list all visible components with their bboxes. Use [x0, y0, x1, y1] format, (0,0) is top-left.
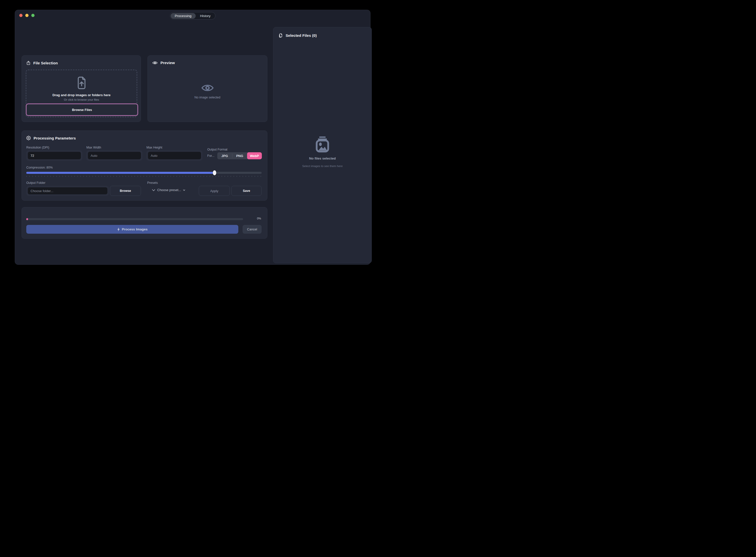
preview-panel: Preview No image selected	[147, 55, 267, 122]
preset-placeholder: Choose preset...	[157, 188, 181, 192]
traffic-lights	[19, 14, 34, 17]
compression-slider-thumb[interactable]	[213, 170, 216, 175]
compression-slider-fill	[26, 172, 215, 174]
compression-slider[interactable]	[26, 172, 262, 174]
processing-parameters-title: Processing Parameters	[34, 136, 76, 140]
file-selection-title: File Selection	[33, 61, 58, 65]
compression-label: Compression: 80%	[26, 166, 53, 169]
tab-history[interactable]: History	[196, 13, 215, 19]
format-option-jpg[interactable]: JPG	[217, 152, 232, 159]
max-width-input[interactable]	[88, 152, 141, 159]
progress-bar	[26, 218, 243, 220]
process-images-label: Process Images	[122, 227, 148, 231]
image-stack-icon	[273, 137, 371, 152]
dropzone-subtitle: Or click to browse your files	[26, 98, 137, 101]
browse-files-button[interactable]: Browse Files	[26, 104, 138, 116]
tab-processing[interactable]: Processing	[171, 13, 196, 19]
resolution-input[interactable]	[28, 152, 81, 159]
minimize-window-button[interactable]	[25, 14, 29, 17]
cancel-button[interactable]: Cancel	[243, 225, 262, 234]
file-selection-panel: File Selection Drag and drop images or f…	[22, 55, 141, 122]
progress-percent: 0%	[257, 217, 261, 220]
max-height-input[interactable]	[148, 152, 201, 159]
format-option-webp[interactable]: WebP	[247, 152, 262, 159]
gear-icon	[26, 136, 31, 140]
chevron-down-icon	[152, 189, 155, 191]
close-window-button[interactable]	[19, 14, 23, 17]
preview-title: Preview	[160, 61, 175, 65]
no-files-subtitle: Select images to see them here	[273, 165, 371, 168]
caret-down-icon	[183, 189, 185, 191]
slider-ticks	[26, 176, 262, 177]
max-height-label: Max Height	[146, 146, 162, 149]
presets-label: Presets	[147, 181, 158, 184]
selected-files-panel: Selected Files (0) No files selected Sel…	[273, 27, 372, 263]
eye-empty-icon	[201, 84, 214, 92]
dropzone-title: Drag and drop images or folders here	[26, 93, 137, 97]
files-icon	[278, 33, 283, 38]
format-inline-label: For...	[207, 154, 214, 157]
processing-parameters-panel: Processing Parameters Resolution (DPI) M…	[22, 130, 267, 201]
lightning-icon	[117, 227, 120, 231]
no-files-title: No files selected	[273, 156, 371, 160]
output-format-label: Output Format	[207, 148, 228, 151]
progress-panel: 0% Process Images Cancel	[22, 207, 267, 239]
format-option-png[interactable]: PNG	[232, 152, 247, 159]
process-images-button[interactable]: Process Images	[26, 225, 238, 234]
output-folder-label: Output Folder	[26, 181, 45, 184]
upload-file-icon	[76, 76, 87, 90]
output-folder-input[interactable]	[28, 187, 108, 194]
apply-preset-button[interactable]: Apply	[199, 186, 230, 196]
preset-select[interactable]: Choose preset...	[152, 188, 185, 192]
browse-folder-button[interactable]: Browse	[110, 186, 141, 196]
maximize-window-button[interactable]	[31, 14, 34, 17]
eye-icon	[152, 61, 158, 65]
output-format-segmented: JPG PNG WebP	[217, 152, 262, 159]
resolution-label: Resolution (DPI)	[26, 146, 49, 149]
save-preset-button[interactable]: Save	[231, 186, 262, 196]
share-icon	[26, 61, 31, 65]
progress-bar-fill	[26, 218, 28, 220]
preview-empty-text: No image selected	[148, 96, 267, 99]
app-window: Processing History File Selection Drag a	[15, 10, 370, 265]
max-width-label: Max Width	[86, 146, 101, 149]
selected-files-title: Selected Files (0)	[285, 33, 317, 37]
dropzone[interactable]: Drag and drop images or folders here Or …	[26, 69, 137, 117]
view-tabbar: Processing History	[170, 12, 215, 20]
